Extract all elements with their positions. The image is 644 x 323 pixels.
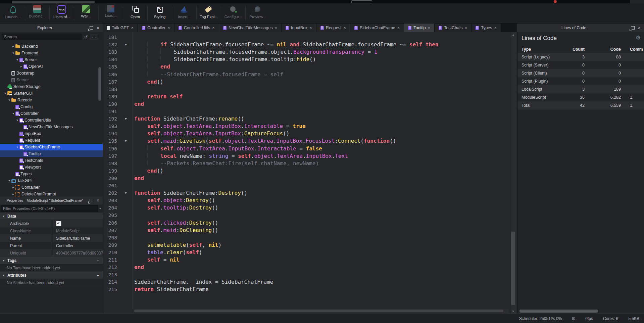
chevron-right-icon[interactable]: ▸ [19,65,23,68]
chevron-right-icon[interactable]: ▸ [11,45,15,48]
explorer-item-newchattitlemessages[interactable]: NewChatTitleMessages [0,124,103,130]
close-tab-icon[interactable]: × [212,26,215,30]
property-section-data[interactable]: ▾Data [0,213,103,220]
chevron-down-icon[interactable]: ▾ [11,112,15,115]
explorer-item-openai[interactable]: ▸OpenAI [0,63,103,70]
explorer-scrollbar[interactable] [98,67,101,101]
close-panel-icon[interactable]: × [97,26,99,30]
add-icon[interactable]: + [97,273,103,278]
close-tab-icon[interactable]: × [275,26,277,30]
filter-properties-input[interactable]: Filter Properties (Ctrl+Shift+P) [1,205,98,212]
explorer-item-inputbox[interactable]: InputBox [0,130,103,137]
explorer-item-types[interactable]: Types [0,171,103,177]
explorer-item-sidebarchatframe[interactable]: ▾SidebarChatFrame [0,144,103,150]
close-tab-icon[interactable]: × [167,26,170,30]
window-tab[interactable] [12,1,95,3]
close-tab-icon[interactable]: × [344,26,346,30]
editor-tab-controllerutils[interactable]: ControllerUtils× [175,24,219,32]
explorer-item-config[interactable]: Config [0,103,103,110]
property-value[interactable]: SidebarChatFrame [53,235,103,242]
float-panel-icon[interactable] [90,26,93,30]
editor-tab-tooltip[interactable]: Tooltip× [404,24,435,32]
editor-tab-talk-gpt[interactable]: Talk GPT× [103,24,138,32]
ribbon-item-tag-expl[interactable]: Tag Expl... [197,3,220,23]
chevron-down-icon[interactable]: ▾ [11,51,15,55]
search-input[interactable]: Search [2,34,82,40]
chevron-down-icon[interactable]: ▾ [15,119,19,122]
fold-arrow-icon[interactable]: ▼ [122,189,130,197]
explorer-item-viewport[interactable]: Viewport [0,164,103,171]
close-tab-icon[interactable]: × [309,26,312,30]
float-panel-icon[interactable] [90,199,93,202]
editor-tab-inputbox[interactable]: InputBox× [282,24,316,32]
ribbon-item-preview[interactable]: Preview... [246,3,269,23]
close-panel-icon[interactable]: × [638,26,641,30]
explorer-item-container[interactable]: ▸Container [0,184,103,191]
property-section-attributes[interactable]: ▾Attributes+ [0,272,103,279]
scrollbar-thumb[interactable] [511,232,515,305]
property-section-tags[interactable]: ▾Tags+ [0,257,103,264]
editor-vertical-scrollbar[interactable]: ▴ ▾ [510,32,516,314]
explorer-item-controllerutils[interactable]: ▾ControllerUtils [0,117,103,124]
close-tab-icon[interactable]: × [131,26,134,30]
editor-tab-sidebarchatframe[interactable]: SidebarChatFrame× [350,24,404,32]
explorer-item-request[interactable]: Request [0,137,103,144]
close-panel-icon[interactable]: × [97,199,99,202]
titlebar-button[interactable] [351,0,372,3]
checkbox-checked[interactable] [56,221,61,226]
chevron-down-icon[interactable]: ▾ [15,145,19,149]
property-value[interactable] [53,220,103,227]
chevron-right-icon[interactable]: ▸ [11,186,15,189]
script-editor[interactable]: 181182▼183184185186187188189190191192▼19… [103,32,517,314]
chevron-down-icon[interactable]: ▾ [7,98,11,102]
editor-tab-types[interactable]: Types× [472,24,501,32]
explorer-item-controller[interactable]: ▾Controller [0,110,103,117]
explorer-item-testchats[interactable]: TestChats [0,157,103,164]
ribbon-item-lines-of[interactable]: >LOCLines of... [50,3,73,23]
chevron-right-icon[interactable]: ▸ [11,192,15,196]
close-tab-icon[interactable]: × [494,26,497,30]
fold-arrow-icon[interactable]: ▼ [122,115,130,123]
chevron-down-icon[interactable]: ▾ [0,259,7,262]
filter-dropdown-icon[interactable]: ▾ [99,207,101,210]
explorer-item-backend[interactable]: ▸Backend [0,43,103,50]
editor-horizontal-scrollbar[interactable] [134,309,509,313]
gear-icon[interactable]: ⚙ [636,34,641,41]
fold-arrow-icon[interactable]: ▼ [122,137,130,145]
editor-tab-newchattitlemessages[interactable]: NewChatTitleMessages× [219,24,282,32]
scroll-up-icon[interactable]: ▴ [510,33,516,36]
scroll-down-icon[interactable]: ▾ [510,310,516,313]
ribbon-item-load[interactable]: Load... [99,3,122,23]
ribbon-item-styling[interactable]: Styling [148,3,171,23]
record-icon[interactable] [554,0,557,3]
explorer-item-server[interactable]: ▾Server [0,56,103,63]
chevron-down-icon[interactable]: ▾ [15,58,19,61]
close-tab-icon[interactable]: × [428,26,430,30]
editor-tab-testchats[interactable]: TestChats× [435,24,472,32]
close-tab-icon[interactable]: × [465,26,467,30]
ribbon-item-wall[interactable]: Wall... [75,3,98,23]
chevron-down-icon[interactable]: ▾ [0,215,7,218]
explorer-item-recode[interactable]: ▾Recode [0,97,103,103]
fold-arrow-icon[interactable]: ▼ [122,41,130,48]
chevron-down-icon[interactable]: ▾ [7,179,11,182]
ribbon-item-insert[interactable]: Insert... [173,3,196,23]
explorer-item-tooltip[interactable]: Tooltip [0,150,103,157]
ribbon-item-configur[interactable]: Configur... [222,3,245,23]
close-tab-icon[interactable]: × [397,26,400,30]
chevron-down-icon[interactable]: ▾ [3,92,7,95]
float-panel-icon[interactable] [631,26,635,30]
editor-tab-request[interactable]: Request× [316,24,350,32]
loc-horizontal-scrollbar[interactable] [519,310,598,313]
chevron-down-icon[interactable]: ▾ [0,274,7,277]
scrollbar-thumb[interactable] [134,310,503,312]
explorer-item-serverstorage[interactable]: ServerStorage [0,83,101,90]
ribbon-item-building[interactable]: Building... [26,3,49,23]
property-value[interactable]: Controller [53,242,103,249]
explorer-item-server[interactable]: Server [0,77,103,83]
editor-tab-controller[interactable]: Controller× [138,24,175,32]
ribbon-item-open[interactable]: Open [124,3,147,23]
search-options-icon[interactable]: ⋯ [91,34,97,40]
explorer-item-frontend[interactable]: ▾Frontend [0,50,103,56]
add-icon[interactable]: + [97,258,103,263]
